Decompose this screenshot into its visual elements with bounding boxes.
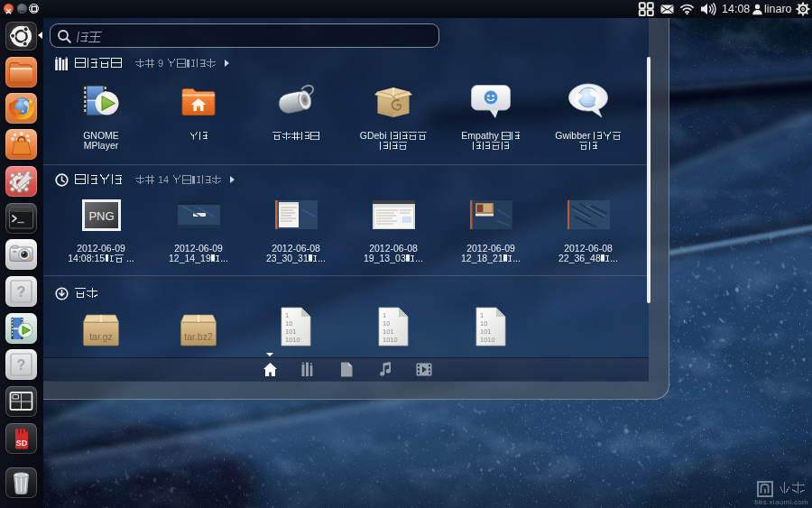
svg-text:10: 10 — [285, 319, 292, 328]
svg-text:SD: SD — [16, 439, 28, 448]
svg-text:101: 101 — [480, 328, 492, 336]
svg-text:1: 1 — [285, 311, 289, 319]
svg-text:1010: 1010 — [480, 336, 495, 344]
svg-text:?: ? — [17, 284, 26, 300]
svg-text:1010: 1010 — [285, 336, 300, 344]
svg-text:tar.gz: tar.gz — [89, 331, 113, 342]
svg-text:101: 101 — [285, 328, 297, 336]
svg-text:10: 10 — [480, 319, 487, 328]
svg-text:?: ? — [17, 357, 26, 373]
svg-text:1010: 1010 — [383, 336, 398, 344]
svg-text:1: 1 — [383, 311, 386, 319]
svg-text:1: 1 — [480, 311, 484, 319]
svg-text:101: 101 — [383, 328, 394, 336]
svg-text:PNG: PNG — [88, 209, 114, 223]
svg-text:tar.bz2: tar.bz2 — [184, 331, 213, 342]
svg-text:10: 10 — [383, 319, 390, 328]
